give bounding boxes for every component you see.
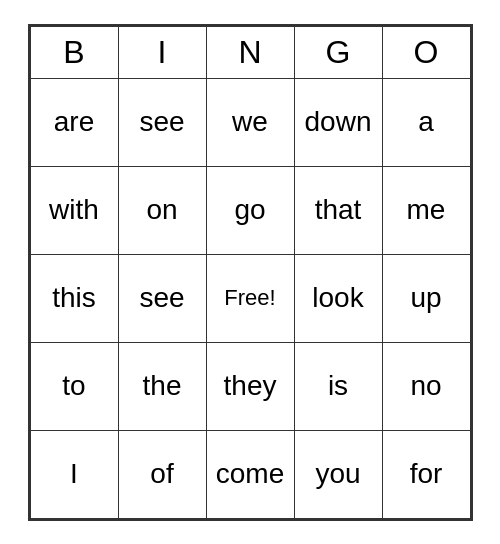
header-cell-b: B: [30, 26, 118, 78]
bingo-cell-3-2: they: [206, 342, 294, 430]
bingo-row-2: thisseeFree!lookup: [30, 254, 470, 342]
bingo-cell-4-4: for: [382, 430, 470, 518]
bingo-cell-3-1: the: [118, 342, 206, 430]
bingo-row-0: areseewedowna: [30, 78, 470, 166]
bingo-cell-0-4: a: [382, 78, 470, 166]
bingo-cell-0-0: are: [30, 78, 118, 166]
header-cell-n: N: [206, 26, 294, 78]
bingo-cell-1-2: go: [206, 166, 294, 254]
bingo-cell-1-3: that: [294, 166, 382, 254]
bingo-cell-1-4: me: [382, 166, 470, 254]
bingo-cell-2-1: see: [118, 254, 206, 342]
bingo-cell-3-3: is: [294, 342, 382, 430]
bingo-cell-1-1: on: [118, 166, 206, 254]
header-cell-i: I: [118, 26, 206, 78]
bingo-cell-2-3: look: [294, 254, 382, 342]
bingo-cell-3-4: no: [382, 342, 470, 430]
bingo-table: BINGO areseewedownawithongothatmethissee…: [30, 26, 471, 519]
header-row: BINGO: [30, 26, 470, 78]
bingo-cell-3-0: to: [30, 342, 118, 430]
bingo-cell-4-1: of: [118, 430, 206, 518]
bingo-cell-4-3: you: [294, 430, 382, 518]
bingo-row-1: withongothatme: [30, 166, 470, 254]
bingo-cell-2-4: up: [382, 254, 470, 342]
bingo-cell-0-1: see: [118, 78, 206, 166]
bingo-cell-1-0: with: [30, 166, 118, 254]
bingo-card: BINGO areseewedownawithongothatmethissee…: [28, 24, 473, 521]
bingo-cell-2-2: Free!: [206, 254, 294, 342]
header-cell-g: G: [294, 26, 382, 78]
bingo-row-4: Iofcomeyoufor: [30, 430, 470, 518]
bingo-cell-4-2: come: [206, 430, 294, 518]
bingo-cell-0-3: down: [294, 78, 382, 166]
bingo-cell-4-0: I: [30, 430, 118, 518]
bingo-row-3: tothetheyisno: [30, 342, 470, 430]
bingo-cell-2-0: this: [30, 254, 118, 342]
header-cell-o: O: [382, 26, 470, 78]
bingo-cell-0-2: we: [206, 78, 294, 166]
